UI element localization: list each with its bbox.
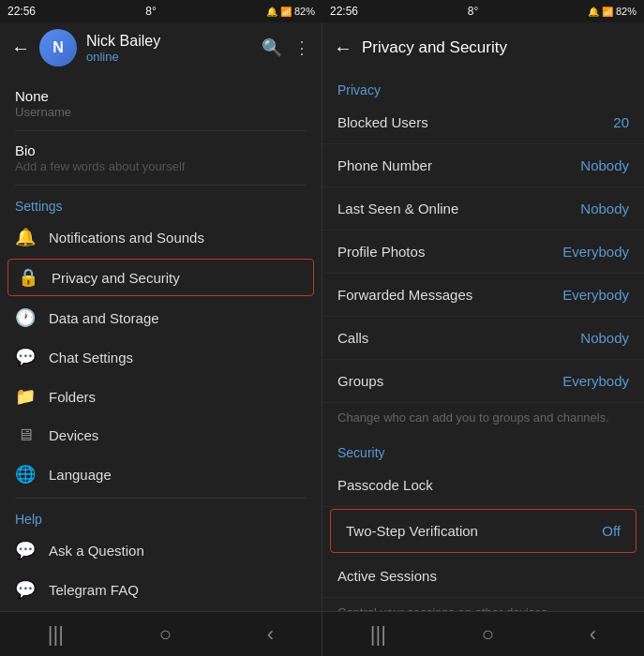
two-step-verification-row[interactable]: Two-Step Verification Off xyxy=(330,509,637,553)
username-value: None xyxy=(15,88,307,104)
right-header: ← Privacy and Security xyxy=(322,22,644,73)
last-seen-value: Nobody xyxy=(580,201,629,216)
sidebar-item-privacy-policy[interactable]: 📄 Privacy Policy xyxy=(0,609,322,611)
left-header: ← N Nick Bailey online 🔍 ⋮ xyxy=(0,22,322,73)
two-step-label: Two-Step Verification xyxy=(346,523,478,539)
phone-number-value: Nobody xyxy=(580,157,629,173)
notifications-label: Notifications and Sounds xyxy=(49,230,204,246)
right-content: Privacy Blocked Users 20 Phone Number No… xyxy=(322,73,644,611)
sidebar-item-faq[interactable]: 💬 Telegram FAQ xyxy=(0,570,322,609)
two-step-value: Off xyxy=(602,523,621,539)
sidebar-item-folders[interactable]: 📁 Folders xyxy=(0,377,322,416)
bio-field[interactable]: Bio Add a few words about yourself xyxy=(0,135,322,181)
sidebar-item-devices[interactable]: 🖥 Devices xyxy=(0,416,322,455)
blocked-users-label: Blocked Users xyxy=(337,114,428,130)
nav-back-icon[interactable]: ‹ xyxy=(267,622,274,647)
active-sessions-label: Active Sessions xyxy=(337,568,437,584)
sidebar-item-ask[interactable]: 💬 Ask a Question xyxy=(0,530,322,570)
last-seen-label: Last Seen & Online xyxy=(337,201,458,216)
more-options-icon[interactable]: ⋮ xyxy=(293,37,310,58)
forwarded-messages-value: Everybody xyxy=(562,287,629,303)
nav-menu-icon[interactable]: ||| xyxy=(48,622,64,647)
sidebar-item-language[interactable]: 🌐 Language xyxy=(0,455,322,494)
passcode-lock-label: Passcode Lock xyxy=(337,477,433,493)
last-seen-row[interactable]: Last Seen & Online Nobody xyxy=(322,187,644,231)
profile-photos-label: Profile Photos xyxy=(337,244,425,260)
back-button[interactable]: ← xyxy=(11,37,30,59)
calls-value: Nobody xyxy=(580,330,629,346)
privacy-label: Privacy and Security xyxy=(52,270,180,286)
alarm-icon-right: 🔔 xyxy=(588,7,599,17)
data-label: Data and Storage xyxy=(49,310,159,326)
right-nav-home-icon[interactable]: ○ xyxy=(482,622,494,647)
privacy-note: Change who can add you to groups and cha… xyxy=(322,403,644,436)
phone-number-row[interactable]: Phone Number Nobody xyxy=(322,144,644,187)
username-label: Username xyxy=(15,105,307,119)
language-label: Language xyxy=(49,467,112,483)
active-sessions-note: Control your sessions on other devices. xyxy=(322,598,644,611)
right-panel: 22:56 8° 🔔 📶 82% ← Privacy and Security … xyxy=(322,0,644,656)
forwarded-messages-row[interactable]: Forwarded Messages Everybody xyxy=(322,274,644,317)
blocked-users-row[interactable]: Blocked Users 20 xyxy=(322,101,644,144)
status-time-right: 22:56 xyxy=(330,5,358,18)
notifications-icon: 🔔 xyxy=(15,227,36,247)
help-section-header: Help xyxy=(0,502,322,530)
groups-label: Groups xyxy=(337,373,383,389)
language-icon: 🌐 xyxy=(15,464,36,485)
right-nav-back-icon[interactable]: ‹ xyxy=(590,622,596,647)
battery-right: 82% xyxy=(616,6,637,17)
forwarded-messages-label: Forwarded Messages xyxy=(337,287,472,303)
nav-home-icon[interactable]: ○ xyxy=(159,622,172,647)
bio-placeholder: Add a few words about yourself xyxy=(15,159,307,173)
right-bottom-nav: ||| ○ ‹ xyxy=(322,611,644,656)
phone-number-label: Phone Number xyxy=(337,157,432,173)
status-temp-left: 8° xyxy=(145,5,156,18)
right-back-button[interactable]: ← xyxy=(334,37,352,59)
user-status: online xyxy=(86,50,252,64)
sidebar-item-privacy[interactable]: 🔒 Privacy and Security xyxy=(7,259,314,296)
sidebar-item-chat[interactable]: 💬 Chat Settings xyxy=(0,337,322,377)
calls-row[interactable]: Calls Nobody xyxy=(322,317,644,360)
search-icon[interactable]: 🔍 xyxy=(262,37,282,58)
user-info: Nick Bailey online xyxy=(86,33,252,64)
user-name: Nick Bailey xyxy=(86,33,252,50)
folders-icon: 📁 xyxy=(15,386,36,407)
privacy-icon: 🔒 xyxy=(18,267,38,288)
profile-photos-value: Everybody xyxy=(562,244,629,260)
alarm-icon: 🔔 xyxy=(266,7,277,17)
username-field[interactable]: None Username xyxy=(0,81,322,127)
avatar: N xyxy=(39,29,77,67)
sidebar-item-notifications[interactable]: 🔔 Notifications and Sounds xyxy=(0,217,322,257)
left-content: None Username Bio Add a few words about … xyxy=(0,73,322,611)
ask-icon: 💬 xyxy=(15,540,36,560)
chat-label: Chat Settings xyxy=(49,350,133,365)
faq-icon: 💬 xyxy=(15,579,36,600)
active-sessions-row[interactable]: Active Sessions xyxy=(322,555,644,598)
left-panel: 22:56 8° 🔔 📶 82% ← N Nick Bailey online … xyxy=(0,0,322,656)
groups-row[interactable]: Groups Everybody xyxy=(322,360,644,403)
passcode-lock-row[interactable]: Passcode Lock xyxy=(322,464,644,507)
sidebar-item-data[interactable]: 🕐 Data and Storage xyxy=(0,298,322,337)
blocked-users-value: 20 xyxy=(613,114,629,130)
left-bottom-nav: ||| ○ ‹ xyxy=(0,611,322,656)
devices-label: Devices xyxy=(49,427,98,443)
devices-icon: 🖥 xyxy=(15,425,36,445)
status-time-left: 22:56 xyxy=(7,5,36,18)
divider-3 xyxy=(15,498,307,499)
header-icons: 🔍 ⋮ xyxy=(262,37,310,58)
folders-label: Folders xyxy=(49,389,96,405)
calls-label: Calls xyxy=(337,330,368,346)
right-title: Privacy and Security xyxy=(362,38,507,57)
right-nav-menu-icon[interactable]: ||| xyxy=(370,622,386,647)
signal-icon-right: 📶 xyxy=(602,7,613,17)
signal-icon: 📶 xyxy=(280,7,292,17)
privacy-section-title: Privacy xyxy=(322,73,644,101)
profile-photos-row[interactable]: Profile Photos Everybody xyxy=(322,231,644,274)
status-temp-right: 8° xyxy=(468,5,478,18)
divider xyxy=(15,130,307,131)
divider-2 xyxy=(15,185,307,186)
faq-label: Telegram FAQ xyxy=(49,582,139,598)
security-section-title: Security xyxy=(322,436,644,464)
groups-value: Everybody xyxy=(562,373,629,389)
chat-icon: 💬 xyxy=(15,347,36,367)
